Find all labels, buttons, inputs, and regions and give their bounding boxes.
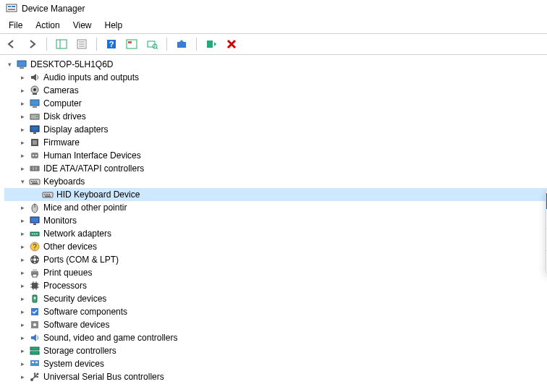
caret-down-icon[interactable]: ▾ [17, 175, 27, 188]
speaker-icon [29, 72, 41, 83]
caret-right-icon[interactable]: ▸ [17, 266, 27, 279]
tree-item-label: Processors [43, 279, 87, 292]
tree-item-label: Monitors [43, 214, 77, 227]
camera-icon [29, 85, 41, 96]
tree-item-disk[interactable]: ▸Disk drives [4, 110, 547, 123]
svg-point-33 [33, 155, 34, 156]
tree-item-ide[interactable]: ▸IDE ATA/ATAPI controllers [4, 162, 547, 175]
tree-item-storage[interactable]: ▸Storage controllers [4, 344, 547, 357]
enable-device-button[interactable] [204, 37, 219, 51]
titlebar: Device Manager [0, 0, 547, 17]
tree-item-swdev[interactable]: ▸Software devices [4, 318, 547, 331]
app-icon [6, 3, 17, 14]
svg-point-22 [33, 88, 36, 91]
caret-right-icon[interactable]: ▸ [17, 357, 27, 370]
caret-right-icon[interactable]: ▸ [17, 253, 27, 266]
caret-right-icon[interactable]: ▸ [17, 240, 27, 253]
caret-down-icon[interactable]: ▾ [4, 58, 14, 71]
caret-right-icon[interactable]: ▸ [17, 370, 27, 383]
tree-item-keyboard[interactable]: ▾Keyboards [4, 175, 547, 188]
uninstall-device-button[interactable] [224, 37, 239, 51]
menu-view[interactable]: View [67, 19, 98, 32]
svg-rect-24 [30, 100, 39, 106]
tree-item-label: Ports (COM & LPT) [43, 253, 119, 266]
svg-rect-92 [37, 376, 38, 378]
svg-rect-42 [35, 181, 37, 182]
menu-file[interactable]: File [3, 19, 28, 32]
caret-right-icon[interactable]: ▸ [17, 84, 27, 97]
tree-item-label: Software devices [43, 318, 109, 331]
tree-item-display[interactable]: ▸Display adapters [4, 123, 547, 136]
tree-item-label: Display adapters [43, 123, 108, 136]
tree-item-speaker[interactable]: ▸Audio inputs and outputs [4, 71, 547, 84]
menubar: File Action View Help [0, 17, 547, 33]
toolbar: ? [0, 34, 547, 54]
tree-item-child-keyboard[interactable]: ▸HID Keyboard Device [4, 188, 547, 201]
tree-item-printer[interactable]: ▸Print queues [4, 266, 547, 279]
svg-rect-12 [127, 40, 137, 48]
computer-icon [29, 98, 41, 109]
back-button[interactable] [4, 37, 19, 51]
tree-item-root[interactable]: ▾DESKTOP-5LH1Q6D [4, 58, 547, 71]
tree-item-cpu[interactable]: ▸Processors [4, 279, 547, 292]
caret-right-icon[interactable]: ▸ [17, 279, 27, 292]
tree-item-port[interactable]: ▸Ports (COM & LPT) [4, 253, 547, 266]
caret-right-icon[interactable]: ▸ [17, 227, 27, 240]
caret-right-icon[interactable]: ▸ [17, 136, 27, 149]
mouse-icon [29, 202, 41, 213]
help-button[interactable]: ? [104, 37, 119, 51]
svg-rect-86 [35, 362, 38, 363]
tree-item-label: Audio inputs and outputs [43, 71, 139, 84]
tree-item-mouse[interactable]: ▸Mice and other pointir [4, 201, 547, 214]
caret-right-icon[interactable]: ▸ [17, 110, 27, 123]
caret-right-icon[interactable]: ▸ [17, 305, 27, 318]
caret-right-icon[interactable]: ▸ [17, 123, 27, 136]
tree-item-hid[interactable]: ▸Human Interface Devices [4, 149, 547, 162]
show-hide-tree-button[interactable] [54, 37, 69, 51]
caret-right-icon[interactable]: ▸ [17, 97, 27, 110]
svg-rect-47 [48, 194, 50, 195]
tree-item-sound[interactable]: ▸Sound, video and game controllers [4, 331, 547, 344]
properties-button[interactable] [75, 37, 89, 51]
tree-item-computer[interactable]: ▸Computer [4, 97, 547, 110]
scan-button[interactable] [145, 37, 159, 51]
update-driver-button[interactable] [174, 37, 189, 51]
caret-right-icon[interactable]: ▸ [17, 318, 27, 331]
forward-button[interactable] [25, 37, 39, 51]
tree-item-swcomp[interactable]: ▸Software components [4, 305, 547, 318]
svg-point-64 [31, 259, 33, 260]
svg-rect-54 [32, 234, 33, 234]
svg-rect-0 [7, 4, 17, 12]
svg-rect-48 [45, 196, 51, 197]
svg-line-16 [156, 48, 158, 49]
caret-right-icon[interactable]: ▸ [17, 71, 27, 84]
svg-rect-18 [207, 41, 213, 48]
menu-help[interactable]: Help [99, 19, 129, 32]
caret-right-icon[interactable]: ▸ [17, 331, 27, 344]
svg-point-34 [35, 155, 37, 156]
caret-right-icon[interactable]: ▸ [17, 201, 27, 214]
tree-item-other[interactable]: ▸?Other devices [4, 240, 547, 253]
keyboard-icon [42, 189, 54, 200]
swdev-icon [29, 319, 41, 331]
caret-right-icon[interactable]: ▸ [17, 162, 27, 175]
tree-item-security[interactable]: ▸Security devices [4, 292, 547, 305]
device-tree[interactable]: ▾DESKTOP-5LH1Q6D▸Audio inputs and output… [0, 55, 547, 383]
action-button[interactable] [124, 37, 139, 51]
tree-item-label: Network adapters [43, 227, 111, 240]
caret-right-icon[interactable]: ▸ [17, 214, 27, 227]
menu-action[interactable]: Action [30, 19, 65, 32]
tree-item-usb[interactable]: ▸Universal Serial Bus controllers [4, 370, 547, 383]
svg-rect-29 [33, 132, 36, 134]
tree-item-label: Universal Serial Bus controllers [43, 370, 164, 383]
tree-item-system[interactable]: ▸System devices [4, 357, 547, 370]
caret-right-icon[interactable]: ▸ [17, 292, 27, 305]
tree-item-camera[interactable]: ▸Cameras [4, 84, 547, 97]
svg-rect-31 [33, 140, 37, 145]
tree-item-chip[interactable]: ▸Firmware [4, 136, 547, 149]
tree-item-monitor[interactable]: ▸Monitors [4, 214, 547, 227]
toolbar-separator [96, 38, 97, 51]
caret-right-icon[interactable]: ▸ [17, 149, 27, 162]
tree-item-network[interactable]: ▸Network adapters [4, 227, 547, 240]
caret-right-icon[interactable]: ▸ [17, 344, 27, 357]
